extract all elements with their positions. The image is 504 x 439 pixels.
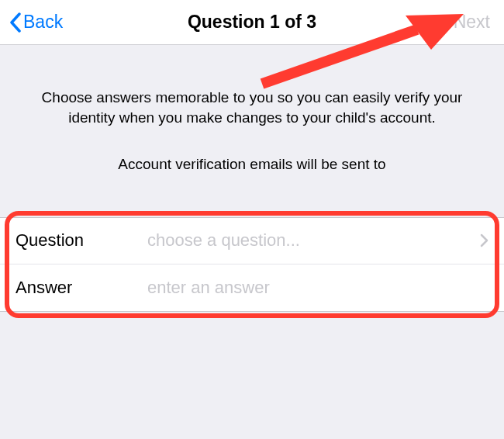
content-area: Choose answers memorable to you so you c… (0, 45, 504, 312)
next-button[interactable]: Next (454, 12, 496, 33)
chevron-right-icon (480, 233, 488, 247)
back-label: Back (23, 12, 63, 33)
form-container: Question choose a question... Answer ent… (0, 217, 504, 312)
verification-note: Account verification emails will be sent… (0, 127, 504, 175)
question-placeholder: choose a question... (147, 230, 480, 251)
navigation-bar: Back Question 1 of 3 Next (0, 0, 504, 45)
answer-row[interactable]: Answer enter an answer (0, 264, 504, 311)
answer-placeholder: enter an answer (147, 278, 488, 298)
back-chevron-icon (9, 12, 22, 33)
question-row[interactable]: Question choose a question... (0, 218, 504, 264)
form-group: Question choose a question... Answer ent… (0, 217, 504, 312)
question-label: Question (16, 230, 147, 251)
page-title: Question 1 of 3 (188, 12, 316, 33)
back-button[interactable]: Back (8, 12, 63, 33)
instruction-text: Choose answers memorable to you so you c… (0, 45, 504, 127)
answer-label: Answer (16, 278, 147, 298)
